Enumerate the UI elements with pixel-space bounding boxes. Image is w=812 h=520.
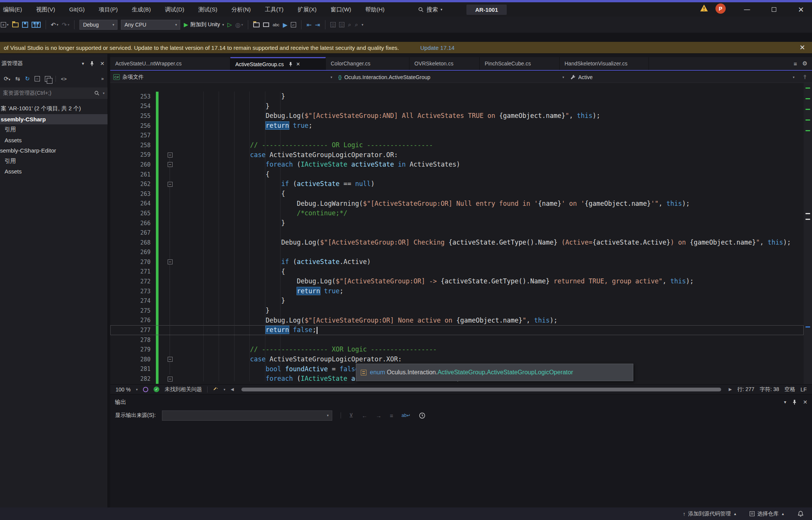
refresh-icon[interactable]: ↻ [25, 75, 30, 82]
tree-item[interactable]: 引用 [0, 156, 108, 167]
indent-decrease-icon[interactable]: ⇤ [306, 21, 311, 29]
code-line-256[interactable]: 256 return true; [110, 121, 804, 131]
collapse-region-icon[interactable]: − [168, 357, 173, 362]
code-line-263[interactable]: 263 { [110, 189, 804, 199]
solution-search-input[interactable]: 案资源管理器(Ctrl+;) ▾ [0, 87, 108, 99]
breadcrumb-member[interactable]: Active ▾ [567, 72, 798, 83]
hot-reload-icon[interactable]: ◎▾ [235, 21, 243, 29]
project-badge[interactable]: AR-1001 [466, 5, 507, 15]
tab-activestategroup-cs[interactable]: ActiveStateGroup.cs✕ [230, 57, 326, 70]
collapse-all-icon[interactable]: − [35, 76, 40, 81]
find-message-icon[interactable]: ⊻ [349, 412, 354, 419]
tab-handskeletonvisualizer-cs[interactable]: HandSkeletonVisualizer.cs [560, 57, 649, 70]
menu-item[interactable]: 帮助(H) [365, 6, 385, 13]
fold-margin[interactable]: − [167, 377, 173, 382]
find-all-icon[interactable]: ⌕ [355, 21, 358, 28]
tab-activestateu-ntwrapper-cs[interactable]: ActiveStateU...ntWrapper.cs [110, 57, 230, 70]
code-line-254[interactable]: 254 } [110, 102, 804, 111]
scroll-right-icon[interactable]: ▶ [729, 387, 732, 392]
menu-item[interactable]: 测试(S) [198, 6, 217, 13]
search-box[interactable]: 搜索 ▾ [418, 6, 442, 13]
undo-button[interactable]: ↶▾ [51, 21, 59, 29]
code-line-260[interactable]: 260− foreach (IActiveState activeState i… [110, 160, 804, 170]
notifications-bell-icon[interactable] [798, 510, 804, 517]
menu-item[interactable]: 视图(V) [36, 6, 55, 13]
code-line-265[interactable]: 265 /*continue;*/ [110, 208, 804, 218]
code-line-266[interactable]: 266 } [110, 218, 804, 228]
open-folder-button[interactable] [12, 22, 19, 27]
code-line-276[interactable]: 276 Debug.Log($"[ActiveStateGroup:OR] No… [110, 316, 804, 326]
breadcrumb-project[interactable]: C# 杂项文件 ▾ [110, 72, 335, 83]
close-button[interactable]: ✕ [792, 2, 810, 17]
code-line-278[interactable]: 278 [110, 335, 804, 345]
code-line-268[interactable]: 268 Debug.Log($"[ActiveStateGroup:OR] Ch… [110, 238, 804, 248]
prev-message-icon[interactable]: ← [362, 412, 368, 419]
preview-icon[interactable] [45, 76, 51, 82]
save-button[interactable] [22, 22, 28, 28]
maximize-button[interactable] [765, 2, 783, 17]
document-list-icon[interactable]: ≡ [794, 60, 797, 67]
code-line-277[interactable]: 277 return false; [110, 325, 804, 335]
live-share-icon[interactable] [143, 387, 148, 392]
toolbar-overflow-icon[interactable]: » [101, 76, 108, 81]
menu-item[interactable]: 生成(B) [132, 6, 151, 13]
redo-button[interactable]: ↷▾ [62, 21, 69, 29]
timestamp-icon[interactable] [419, 412, 425, 419]
zoom-level[interactable]: 100 % [116, 386, 131, 393]
code-line-255[interactable]: 255 Debug.Log($"[ActiveStateGroup:AND] A… [110, 111, 804, 121]
update-link[interactable]: Update 17.14 [420, 45, 455, 51]
save-all-button[interactable] [32, 22, 41, 28]
start-without-debugging-icon[interactable]: ▷ [227, 21, 232, 28]
code-editor[interactable]: 253 }254 }255 Debug.Log($"[ActiveStateGr… [110, 83, 812, 384]
breadcrumb-type[interactable]: {} Oculus.Interaction.ActiveStateGroup ▾ [335, 72, 567, 83]
menu-item[interactable]: 窗口(W) [331, 6, 351, 13]
pointer-icon[interactable]: ▶ [283, 21, 287, 29]
next-message-icon[interactable]: → [376, 412, 382, 419]
fold-margin[interactable]: − [167, 162, 173, 167]
collapse-region-icon[interactable]: − [168, 162, 173, 167]
panel-menu-caret-icon[interactable]: ▾ [784, 399, 786, 405]
code-line-262[interactable]: 262− if (activeState == null) [110, 179, 804, 189]
menu-item[interactable]: Git(G) [69, 6, 85, 13]
cleanup-caret-icon[interactable]: ▾ [224, 388, 225, 391]
toolbar-overflow-icon[interactable]: ▾ [362, 23, 363, 27]
tab-close-icon[interactable]: ✕ [296, 61, 300, 67]
panel-close-icon[interactable]: ✕ [100, 60, 105, 67]
collapse-region-icon[interactable]: − [168, 182, 173, 187]
tab-ovrskeleton-cs[interactable]: OVRSkeleton.cs [409, 57, 480, 70]
code-line-271[interactable]: 271 { [110, 267, 804, 277]
code-line-257[interactable]: 257 [110, 130, 804, 140]
menu-item[interactable]: 项目(P) [99, 6, 118, 13]
history-icon[interactable]: ⟳▾ [4, 75, 10, 82]
code-line-253[interactable]: 253 } [110, 92, 804, 102]
health-status[interactable]: 未找到相关问题 [165, 386, 202, 393]
tab-settings-icon[interactable]: ⚙ [802, 60, 807, 67]
menu-item[interactable]: 扩展(X) [298, 6, 317, 13]
editor-scrollbar[interactable] [804, 83, 812, 384]
code-cleanup-icon[interactable] [213, 387, 218, 392]
code-line-259[interactable]: 259− case ActiveStateGroupLogicOperator.… [110, 150, 804, 160]
configuration-dropdown[interactable]: Debug▾ [79, 20, 117, 30]
pin-icon[interactable] [90, 61, 94, 66]
menu-item[interactable]: 分析(N) [232, 6, 251, 13]
pin-icon[interactable] [792, 399, 797, 405]
tree-item[interactable]: 案 'AR-1001' (2 个项目, 共 2 个) [0, 103, 108, 114]
add-item-icon[interactable] [253, 22, 260, 27]
code-line-267[interactable]: 267 [110, 228, 804, 238]
view-code-icon[interactable]: <> [61, 76, 67, 82]
notification-close-icon[interactable]: ✕ [799, 43, 808, 52]
code-line-258[interactable]: 258 // ----------------- OR Logic ------… [110, 140, 804, 150]
code-line-273[interactable]: 273 return true; [110, 286, 804, 296]
tab-pinchscalecube-cs[interactable]: PinchScaleCube.cs [480, 57, 560, 70]
tree-item[interactable]: ssembly-CSharp [0, 114, 108, 125]
code-line-269[interactable]: 269 [110, 248, 804, 258]
code-line-272[interactable]: 272 Debug.Log($"[ActiveStateGroup:OR] ->… [110, 277, 804, 286]
navigate-icon[interactable]: ⌐ [291, 22, 296, 27]
fold-margin[interactable]: − [167, 153, 173, 157]
tree-item[interactable]: Assets [0, 135, 108, 146]
window-layout-icon[interactable] [263, 22, 269, 27]
menu-item[interactable]: 编辑(E) [3, 6, 22, 13]
tree-item[interactable]: 引用 [0, 124, 108, 135]
zoom-caret-icon[interactable]: ▾ [136, 388, 138, 391]
code-line-280[interactable]: 280− case ActiveStateGroupLogicOperator.… [110, 355, 804, 364]
